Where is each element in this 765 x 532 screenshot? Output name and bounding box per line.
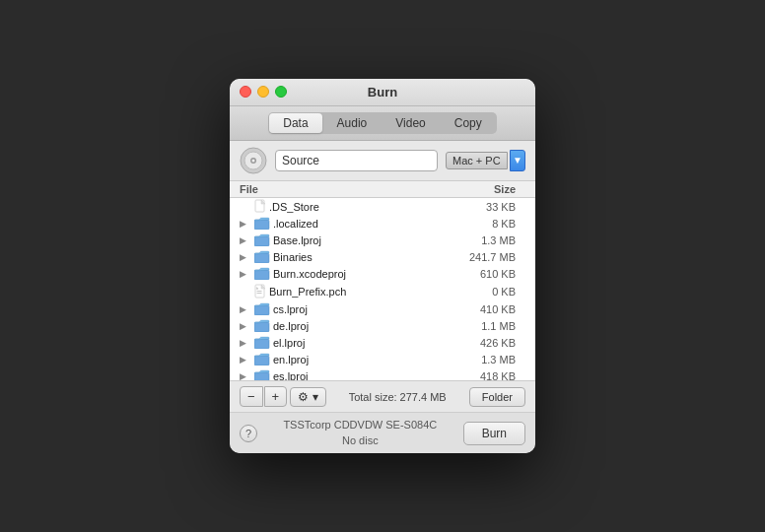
tab-data[interactable]: Data	[269, 113, 321, 133]
file-size: 241.7 MB	[447, 251, 525, 263]
svg-rect-18	[254, 372, 269, 380]
file-icon	[254, 199, 266, 213]
title-bar: Burn	[230, 79, 535, 106]
table-row[interactable]: ▶ Binaries241.7 MB	[230, 249, 535, 266]
svg-rect-14	[254, 305, 269, 315]
file-name: .DS_Store	[269, 201, 447, 213]
document-icon: h	[254, 284, 266, 299]
table-row[interactable]: ▶ en.lproj1.3 MB	[230, 352, 535, 368]
svg-rect-16	[254, 339, 269, 349]
file-size: 410 KB	[447, 303, 525, 315]
file-size: 418 KB	[447, 370, 525, 380]
file-size: 33 KB	[447, 201, 525, 213]
svg-rect-9	[254, 270, 269, 280]
file-name: Burn_Prefix.pch	[269, 286, 447, 298]
file-size: 1.1 MB	[447, 320, 525, 332]
table-row[interactable]: ▶ es.lproj418 KB	[230, 368, 535, 380]
close-button[interactable]	[240, 86, 251, 98]
status-bar: ? TSSTcorp CDDVDW SE-S084C No disc Burn	[230, 412, 535, 453]
format-select[interactable]: Mac + PC Mac only PC only	[446, 152, 508, 169]
bottom-toolbar: − + ⚙ ▾ Total size: 277.4 MB Folder	[230, 380, 535, 413]
folder-icon	[254, 217, 270, 230]
folder-button[interactable]: Folder	[469, 387, 525, 407]
disclosure-triangle: ▶	[240, 269, 251, 279]
table-row[interactable]: ▶ el.lproj426 KB	[230, 335, 535, 352]
table-row[interactable]: ▶ .localized8 KB	[230, 216, 535, 233]
file-name: .localized	[273, 218, 447, 230]
burn-window: Burn Data Audio Video Copy Mac + PC Mac …	[230, 79, 535, 453]
file-name: cs.lproj	[273, 303, 447, 315]
svg-rect-15	[254, 322, 269, 332]
source-bar: Mac + PC Mac only PC only ▼	[230, 141, 535, 181]
svg-rect-17	[254, 356, 269, 366]
folder-icon	[254, 336, 270, 351]
file-list-header: File Size	[230, 181, 535, 198]
folder-icon	[254, 369, 270, 380]
help-button[interactable]: ?	[240, 425, 257, 442]
folder-icon	[254, 250, 270, 263]
table-row[interactable]: h Burn_Prefix.pch0 KB	[230, 283, 535, 301]
add-button[interactable]: +	[264, 386, 288, 408]
table-row[interactable]: ▶ Burn.xcodeproj610 KB	[230, 266, 535, 283]
format-selector: Mac + PC Mac only PC only ▼	[446, 150, 525, 171]
table-row[interactable]: ▶ de.lproj1.1 MB	[230, 318, 535, 335]
total-size-label: Total size: 277.4 MB	[326, 391, 469, 403]
disclosure-triangle: ▶	[240, 321, 251, 331]
disclosure-triangle: ▶	[240, 304, 251, 314]
table-row[interactable]: .DS_Store33 KB	[230, 198, 535, 216]
folder-icon	[254, 250, 270, 265]
folder-icon	[254, 267, 270, 280]
file-name: Burn.xcodeproj	[273, 268, 447, 280]
svg-point-4	[252, 159, 255, 162]
format-arrow[interactable]: ▼	[510, 150, 525, 171]
file-name: Base.lproj	[273, 234, 447, 246]
table-row[interactable]: ▶ cs.lproj410 KB	[230, 301, 535, 318]
file-list-container: File Size .DS_Store33 KB▶ .localized8 KB…	[230, 181, 535, 380]
traffic-lights	[240, 86, 287, 98]
file-name: el.lproj	[273, 337, 447, 349]
gear-button[interactable]: ⚙ ▾	[290, 387, 325, 407]
disc-name: TSSTcorp CDDVDW SE-S084C	[265, 418, 455, 432]
disc-icon	[240, 147, 267, 174]
folder-icon	[254, 302, 270, 317]
file-size: 0 KB	[447, 286, 525, 298]
svg-rect-6	[254, 220, 269, 230]
disc-status: No disc	[265, 433, 455, 448]
minimize-button[interactable]	[257, 86, 269, 98]
folder-icon	[254, 319, 270, 332]
tab-audio[interactable]: Audio	[323, 113, 382, 133]
folder-icon	[254, 302, 270, 315]
svg-text:h: h	[256, 286, 258, 290]
toolbar: Data Audio Video Copy	[230, 106, 535, 141]
column-size-label: Size	[447, 183, 525, 195]
file-size: 610 KB	[447, 268, 525, 280]
disc-info: TSSTcorp CDDVDW SE-S084C No disc	[265, 418, 455, 448]
svg-rect-7	[254, 236, 269, 246]
window-title: Burn	[368, 85, 397, 100]
disclosure-triangle: ▶	[240, 235, 251, 245]
document-icon: h	[254, 284, 266, 300]
source-input[interactable]	[275, 150, 438, 171]
table-row[interactable]: ▶ Base.lproj1.3 MB	[230, 233, 535, 249]
file-name: en.lproj	[273, 354, 447, 366]
file-name: es.lproj	[273, 370, 447, 380]
disclosure-triangle: ▶	[240, 219, 251, 229]
maximize-button[interactable]	[275, 86, 287, 98]
tab-copy[interactable]: Copy	[441, 113, 496, 133]
burn-button[interactable]: Burn	[463, 422, 525, 445]
tab-video[interactable]: Video	[382, 113, 439, 133]
folder-icon	[254, 319, 270, 334]
column-file-label: File	[240, 183, 447, 195]
file-name: Binaries	[273, 251, 447, 263]
svg-rect-11	[257, 291, 262, 292]
disclosure-triangle: ▶	[240, 338, 251, 348]
file-icon	[254, 199, 266, 215]
folder-icon	[254, 369, 270, 380]
svg-rect-8	[254, 253, 269, 263]
folder-icon	[254, 233, 270, 246]
file-size: 426 KB	[447, 337, 525, 349]
folder-icon	[254, 233, 270, 248]
folder-icon	[254, 353, 270, 366]
folder-icon	[254, 217, 270, 232]
remove-button[interactable]: −	[240, 386, 263, 408]
